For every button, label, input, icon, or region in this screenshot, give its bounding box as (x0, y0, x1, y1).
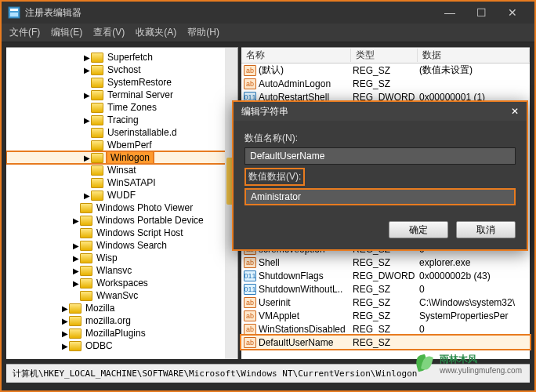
tree-label: Winsat (106, 165, 138, 176)
value-name: ShutdownWithoutL.. (259, 284, 353, 295)
tree-item[interactable]: ▶WUDF (6, 189, 237, 201)
expand-arrow-icon[interactable]: ▶ (83, 91, 91, 100)
list-row[interactable]: ab(默认)REG_SZ(数值未设置) (241, 64, 530, 77)
expand-arrow-icon[interactable]: ▶ (83, 116, 91, 125)
tree-panel: ▶Superfetch▶SvchostSystemRestore▶Termina… (6, 47, 238, 359)
expand-arrow-icon[interactable]: ▶ (61, 317, 69, 325)
col-type[interactable]: 类型 (351, 49, 418, 62)
tree-label: SystemRestore (106, 77, 173, 88)
tree-label: Windows Search (95, 240, 168, 251)
menu-favorites[interactable]: 收藏夹(A) (136, 26, 176, 39)
folder-icon (80, 203, 92, 213)
expand-arrow-icon[interactable]: ▶ (72, 241, 80, 250)
expand-arrow-icon[interactable]: ▶ (72, 254, 80, 263)
folder-icon (91, 90, 103, 100)
value-name: AutoAdminLogon (259, 78, 353, 89)
menu-view[interactable]: 查看(V) (93, 26, 125, 39)
tree-item[interactable]: ▶MozillaPlugins (6, 327, 237, 339)
expand-arrow-icon[interactable]: ▶ (61, 329, 69, 338)
list-header: 名称 类型 数据 (241, 48, 530, 64)
cancel-button[interactable]: 取消 (456, 221, 516, 238)
col-name[interactable]: 名称 (241, 49, 351, 62)
expand-arrow-icon[interactable]: ▶ (72, 279, 80, 288)
value-name: Shell (259, 257, 353, 268)
tree-label: MozillaPlugins (84, 328, 147, 339)
tree-label: WinSATAPI (106, 177, 158, 188)
tree-item[interactable]: Time Zones (6, 101, 237, 114)
value-data-input[interactable]: Aministrator (244, 188, 516, 205)
value-data: 0 (419, 284, 530, 295)
list-row[interactable]: abAutoAdminLogonREG_SZ (241, 77, 530, 90)
list-row[interactable]: 011ShutdownFlagsREG_DWORD0x0000002b (43) (241, 269, 530, 282)
tree-item[interactable]: ▶Wisp (6, 252, 237, 264)
folder-icon (80, 278, 92, 289)
tree-label: Windows Script Host (95, 227, 185, 238)
menu-file[interactable]: 文件(F) (9, 26, 40, 39)
folder-icon (91, 191, 103, 201)
dialog-titlebar: 编辑字符串 ✕ (234, 102, 527, 121)
close-button[interactable]: ✕ (497, 2, 528, 24)
value-type: REG_SZ (353, 78, 419, 89)
tree-label: Wlansvc (95, 265, 133, 276)
tree-item[interactable]: ▶Tracing (6, 114, 237, 126)
tree-item[interactable]: SystemRestore (6, 76, 237, 89)
expand-arrow-icon[interactable]: ▶ (72, 267, 80, 275)
expand-arrow-icon[interactable]: ▶ (83, 53, 91, 62)
minimize-button[interactable]: — (434, 2, 465, 24)
tree-item[interactable]: Winsat (6, 164, 237, 176)
tree-label: mozilla.org (84, 315, 132, 326)
tree-item[interactable]: ▶Wlansvc (6, 264, 237, 277)
folder-icon (91, 53, 103, 63)
expand-arrow-icon[interactable]: ▶ (83, 154, 91, 162)
list-row[interactable]: abWinStationsDisabledREG_SZ0 (241, 322, 530, 336)
value-type: REG_SZ (353, 257, 419, 268)
folder-icon (80, 253, 92, 263)
folder-icon (91, 165, 103, 176)
list-row[interactable]: 011ShutdownWithoutL..REG_SZ0 (241, 282, 530, 296)
expand-arrow-icon[interactable]: ▶ (83, 66, 91, 74)
folder-icon (69, 303, 81, 314)
tree-item[interactable]: ▶Terminal Server (6, 89, 237, 101)
list-row[interactable]: abShellREG_SZexplorer.exe (241, 256, 530, 269)
value-data: SystemPropertiesPer (419, 310, 530, 321)
tree-label: Windows Photo Viewer (95, 202, 194, 213)
tree-item[interactable]: ▶Mozilla (6, 302, 237, 314)
list-row[interactable]: abVMAppletREG_SZSystemPropertiesPer (241, 309, 530, 322)
tree-item[interactable]: ▶Superfetch (6, 51, 237, 64)
ok-button[interactable]: 确定 (389, 221, 448, 238)
tree-item[interactable]: ▶Winlogon (6, 151, 237, 164)
menubar: 文件(F) 编辑(E) 查看(V) 收藏夹(A) 帮助(H) (2, 24, 534, 42)
tree-label: WUDF (106, 190, 137, 201)
list-row[interactable]: abDefaultUserNameREG_SZ (241, 336, 530, 349)
tree-label: Winlogon (106, 151, 154, 165)
value-type: REG_SZ (353, 310, 419, 321)
dialog-close-icon[interactable]: ✕ (511, 106, 519, 117)
tree-item[interactable]: ▶mozilla.org (6, 314, 237, 327)
leaf-icon (415, 354, 435, 374)
expand-arrow-icon[interactable]: ▶ (61, 342, 69, 350)
expand-arrow-icon[interactable]: ▶ (72, 216, 80, 225)
tree-item[interactable]: ▶Windows Search (6, 239, 237, 252)
expand-arrow-icon[interactable]: ▶ (83, 191, 91, 200)
folder-icon (91, 153, 103, 163)
tree-item[interactable]: ▶ODBC (6, 339, 237, 352)
tree-item[interactable]: ▶Workspaces (6, 277, 237, 289)
tree-item[interactable]: WinSATAPI (6, 176, 237, 189)
tree-item[interactable]: ▶Windows Portable Device (6, 214, 237, 227)
tree-item[interactable]: WbemPerf (6, 139, 237, 151)
menu-help[interactable]: 帮助(H) (187, 26, 219, 39)
tree-item[interactable]: Windows Photo Viewer (6, 201, 237, 214)
value-data: 0 (419, 324, 530, 335)
tree-item[interactable]: ▶Svchost (6, 64, 237, 76)
menu-edit[interactable]: 编辑(E) (51, 26, 82, 39)
tree-label: Mozilla (84, 303, 116, 314)
expand-arrow-icon[interactable]: ▶ (61, 304, 69, 313)
tree-item[interactable]: Windows Script Host (6, 227, 237, 239)
folder-icon (80, 266, 92, 276)
tree-item[interactable]: WwanSvc (6, 289, 237, 302)
value-name: ShutdownFlags (259, 270, 353, 281)
col-data[interactable]: 数据 (418, 49, 530, 62)
tree-item[interactable]: Userinstallable.d (6, 126, 237, 139)
list-row[interactable]: abUserinitREG_SZC:\Windows\system32\ (241, 296, 530, 309)
maximize-button[interactable]: ☐ (465, 2, 497, 24)
